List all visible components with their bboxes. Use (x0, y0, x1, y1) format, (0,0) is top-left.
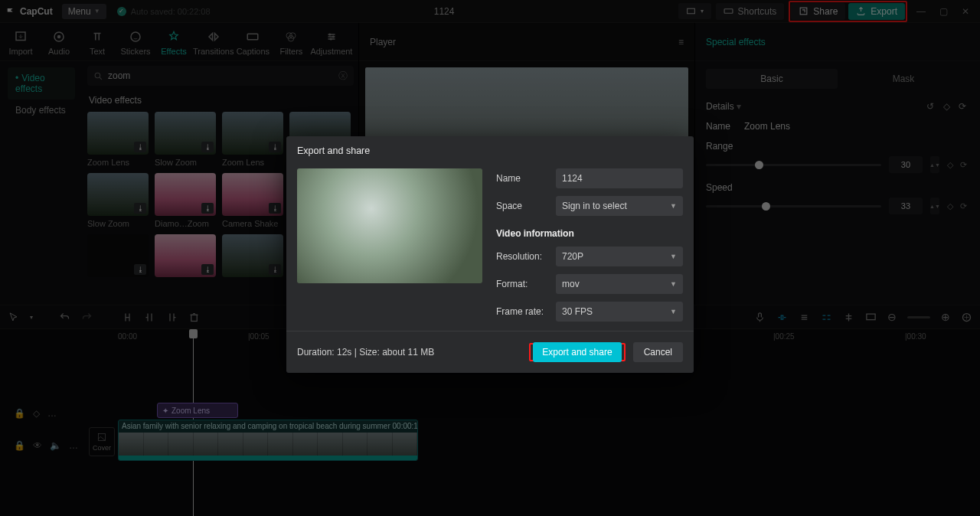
fit-icon[interactable] (961, 312, 972, 323)
range-slider[interactable] (706, 164, 881, 166)
search-box[interactable]: ⓧ (87, 66, 354, 86)
cat-import[interactable]: Import (2, 30, 40, 56)
effect-card[interactable]: ⭳Slow Zoom (155, 112, 216, 167)
zoom-in-icon[interactable]: ⊕ (941, 311, 950, 323)
aspect-ratio-button[interactable]: ▾ (678, 3, 711, 19)
download-icon[interactable]: ⭳ (269, 264, 281, 275)
range-stepper[interactable]: ▲▼ (930, 156, 939, 173)
download-icon[interactable]: ⭳ (201, 142, 214, 152)
effect-thumbnail[interactable]: ⭳ (155, 112, 216, 155)
delete-icon[interactable] (188, 312, 200, 323)
export-and-share-button[interactable]: Export and share (533, 342, 621, 362)
clear-icon[interactable]: ⓧ (338, 70, 348, 83)
download-icon[interactable]: ⭳ (269, 203, 281, 214)
tab-mask[interactable]: Mask (838, 69, 969, 89)
space-select[interactable]: Sign in to select▼ (556, 196, 683, 216)
resolution-select[interactable]: 720P▼ (556, 247, 683, 266)
cat-captions[interactable]: Captions (234, 30, 272, 56)
cat-adjustment[interactable]: Adjustment (310, 30, 352, 56)
video-clip[interactable]: Asian family with senior relaxing and ca… (118, 420, 418, 461)
speed-slider[interactable] (706, 205, 881, 207)
more-icon[interactable]: … (69, 440, 78, 451)
effect-thumbnail[interactable]: ⭳ (222, 173, 283, 216)
effect-card[interactable]: ⭳Camera Shake (222, 173, 283, 228)
split-icon[interactable] (122, 312, 133, 323)
download-icon[interactable]: ⭳ (134, 142, 146, 152)
range-keyframe[interactable]: ◇ ⟳ (947, 160, 969, 170)
export-button[interactable]: Export (848, 3, 905, 20)
effect-thumbnail[interactable]: ⭳ (155, 173, 216, 216)
cat-audio[interactable]: Audio (40, 30, 78, 56)
effect-thumbnail[interactable]: ⭳ (155, 234, 216, 277)
trim-right-icon[interactable] (166, 312, 178, 323)
tab-basic[interactable]: Basic (706, 69, 838, 89)
track-tool-4-icon[interactable] (843, 312, 854, 323)
track-tool-3-icon[interactable] (821, 312, 832, 323)
zoom-slider[interactable] (907, 316, 930, 318)
trim-left-icon[interactable] (144, 312, 155, 323)
cover-button[interactable]: Cover (89, 427, 115, 456)
effect-thumbnail[interactable]: ⭳ (222, 234, 283, 277)
close-button[interactable]: ✕ (957, 6, 974, 17)
undo-icon[interactable] (59, 312, 70, 323)
effect-card[interactable]: ⭳Zoom Lens (222, 112, 283, 167)
mic-icon[interactable] (754, 312, 766, 323)
search-input[interactable] (108, 70, 334, 81)
lock-icon[interactable]: 🔒 (14, 440, 25, 451)
effect-thumbnail[interactable]: ⭳ (87, 173, 149, 216)
effect-card[interactable]: ⭳ (87, 234, 149, 277)
effect-card[interactable]: ⭳Zoom Lens (87, 112, 149, 167)
export-label: Export (871, 6, 897, 17)
details-header[interactable]: Details ▾ ↺ ◇ ⟳ (695, 96, 980, 116)
menu-button[interactable]: Menu ▼ (62, 4, 106, 19)
preview-icon[interactable] (865, 312, 877, 323)
speed-value[interactable]: 33 (889, 198, 923, 214)
zoom-out-icon[interactable]: ⊖ (887, 311, 897, 323)
export-name-input[interactable] (556, 168, 683, 188)
speed-keyframe[interactable]: ◇ ⟳ (947, 201, 969, 211)
format-select[interactable]: mov▼ (556, 274, 683, 294)
speed-stepper[interactable]: ▲▼ (930, 198, 939, 214)
tool-chevron[interactable]: ▾ (30, 314, 33, 321)
mute-icon[interactable]: … (47, 408, 57, 419)
cat-stickers[interactable]: Stickers (116, 30, 155, 56)
lock-icon[interactable]: 🔒 (14, 408, 25, 419)
cat-effects[interactable]: Effects (155, 30, 193, 56)
download-icon[interactable]: ⭳ (201, 203, 214, 214)
effect-thumbnail[interactable]: ⭳ (222, 112, 283, 155)
visibility-icon[interactable]: 👁 (33, 440, 42, 451)
share-label: Share (813, 6, 838, 17)
download-icon[interactable]: ⭳ (134, 203, 146, 214)
download-icon[interactable]: ⭳ (201, 264, 214, 275)
details-actions[interactable]: ↺ ◇ ⟳ (926, 101, 969, 112)
minimize-button[interactable]: — (912, 6, 930, 17)
redo-icon[interactable] (81, 312, 93, 323)
cancel-button[interactable]: Cancel (633, 342, 683, 362)
track-tool-1-icon[interactable] (776, 312, 788, 323)
effect-card[interactable]: ⭳Slow Zoom (87, 173, 149, 228)
download-icon[interactable]: ⭳ (269, 142, 281, 152)
sidebar-video-effects[interactable]: •Video effects (8, 67, 75, 100)
effect-thumbnail[interactable]: ⭳ (87, 234, 149, 277)
cat-transitions[interactable]: Transitions (193, 30, 234, 56)
cat-filters[interactable]: Filters (272, 30, 310, 56)
pointer-icon[interactable] (8, 312, 19, 323)
effect-card[interactable]: ⭳Diamo…Zoom (155, 173, 216, 228)
speed-label: Speed (706, 182, 733, 193)
effect-thumbnail[interactable]: ⭳ (87, 112, 149, 155)
effect-clip[interactable]: ✦ Zoom Lens (157, 403, 238, 418)
shortcuts-button[interactable]: Shortcuts (716, 3, 785, 20)
maximize-button[interactable]: ▢ (935, 6, 952, 17)
download-icon[interactable]: ⭳ (134, 264, 146, 275)
effect-card[interactable]: ⭳ (222, 234, 283, 277)
share-button[interactable]: Share (791, 3, 845, 20)
player-menu-icon[interactable]: ≡ (678, 37, 684, 47)
range-value[interactable]: 30 (889, 156, 923, 173)
cat-text[interactable]: Text (78, 30, 116, 56)
sidebar-body-effects[interactable]: Body effects (8, 100, 75, 121)
mute-icon[interactable]: 🔈 (50, 440, 61, 451)
effect-card[interactable]: ⭳ (155, 234, 216, 277)
visibility-icon[interactable]: ◇ (33, 408, 40, 419)
framerate-select[interactable]: 30 FPS▼ (556, 302, 683, 322)
track-tool-2-icon[interactable] (799, 312, 810, 323)
